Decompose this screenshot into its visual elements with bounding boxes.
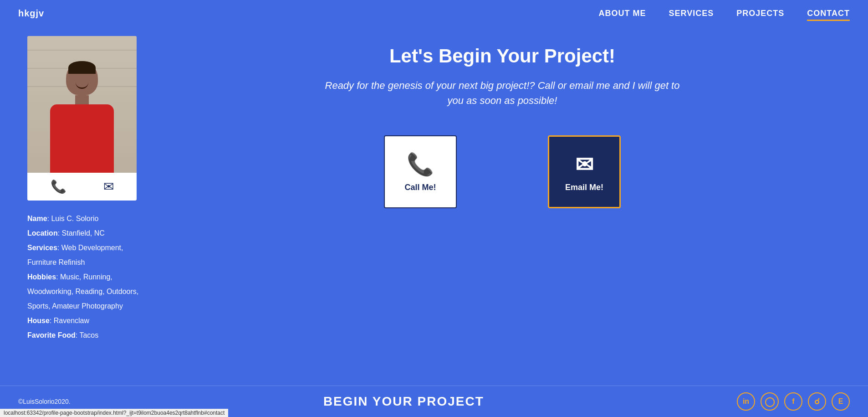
github-icon[interactable]: ☌	[808, 392, 826, 411]
instagram-icon[interactable]: ◯	[761, 392, 779, 411]
nav-item-projects[interactable]: PROJECTS	[736, 9, 784, 18]
nav-item-contact[interactable]: CONTACT	[807, 9, 850, 18]
profile-icons: 📞 ✉	[27, 173, 137, 201]
email-button-icon: ✉	[575, 152, 593, 177]
main-content: 📞 ✉ Name: Luis C. Solorio Location: Stan…	[0, 27, 868, 361]
email-social-icon[interactable]: E	[832, 392, 850, 411]
cta-buttons: 📞 Call Me! ✉ Email Me!	[384, 135, 621, 208]
house-label: House	[27, 317, 50, 324]
hobbies-label: Hobbies	[27, 273, 56, 281]
navbar: hkgjv ABOUT ME SERVICES PROJECTS CONTACT	[0, 0, 868, 27]
name-label: Name	[27, 215, 47, 222]
nav-link-projects[interactable]: PROJECTS	[736, 9, 784, 18]
footer-social: in ◯ f ☌ E	[737, 392, 850, 411]
call-button-label: Call Me!	[404, 183, 436, 192]
info-name: Name: Luis C. Solorio	[27, 211, 146, 226]
house-value: Ravenclaw	[54, 317, 89, 324]
right-panel: Let's Begin Your Project! Ready for the …	[164, 36, 841, 343]
email-button-label: Email Me!	[565, 183, 603, 192]
status-url: localhost:63342/profile-page-bootstrap/i…	[4, 410, 225, 416]
name-value: Luis C. Solorio	[51, 215, 98, 222]
phone-icon[interactable]: 📞	[51, 179, 66, 194]
email-me-button[interactable]: ✉ Email Me!	[548, 135, 621, 208]
profile-person	[36, 61, 128, 173]
location-label: Location	[27, 229, 58, 237]
contact-title: Let's Begin Your Project!	[389, 45, 615, 67]
location-value: Stanfield, NC	[62, 229, 105, 237]
contact-subtitle: Ready for the genesis of your next big p…	[325, 78, 680, 108]
info-hobbies: Hobbies: Music, Running, Woodworking, Re…	[27, 270, 146, 314]
profile-card: 📞 ✉	[27, 36, 137, 201]
email-icon[interactable]: ✉	[103, 179, 114, 194]
nav-link-about[interactable]: ABOUT ME	[599, 9, 646, 18]
info-food: Favorite Food: Tacos	[27, 328, 146, 343]
footer-copyright: ©LuisSolorio2020.	[18, 398, 71, 405]
nav-links: ABOUT ME SERVICES PROJECTS CONTACT	[599, 9, 850, 18]
food-value: Tacos	[79, 331, 98, 339]
info-house: House: Ravenclaw	[27, 314, 146, 328]
info-services: Services: Web Development, Furniture Ref…	[27, 241, 146, 270]
nav-link-services[interactable]: SERVICES	[669, 9, 714, 18]
linkedin-icon[interactable]: in	[737, 392, 755, 411]
info-location: Location: Stanfield, NC	[27, 226, 146, 241]
facebook-icon[interactable]: f	[784, 392, 802, 411]
call-button-icon: 📞	[407, 152, 434, 177]
profile-photo	[27, 36, 137, 173]
brand: hkgjv	[18, 8, 44, 19]
services-label: Services	[27, 244, 57, 252]
left-panel: 📞 ✉ Name: Luis C. Solorio Location: Stan…	[27, 36, 146, 343]
nav-link-contact[interactable]: CONTACT	[807, 9, 850, 21]
footer-section-title: BEGIN YOUR PROJECT	[323, 394, 484, 409]
food-label: Favorite Food	[27, 331, 76, 339]
nav-item-about[interactable]: ABOUT ME	[599, 9, 646, 18]
nav-item-services[interactable]: SERVICES	[669, 9, 714, 18]
status-bar: localhost:63342/profile-page-bootstrap/i…	[0, 409, 228, 417]
info-list: Name: Luis C. Solorio Location: Stanfiel…	[27, 211, 146, 343]
call-me-button[interactable]: 📞 Call Me!	[384, 135, 457, 208]
